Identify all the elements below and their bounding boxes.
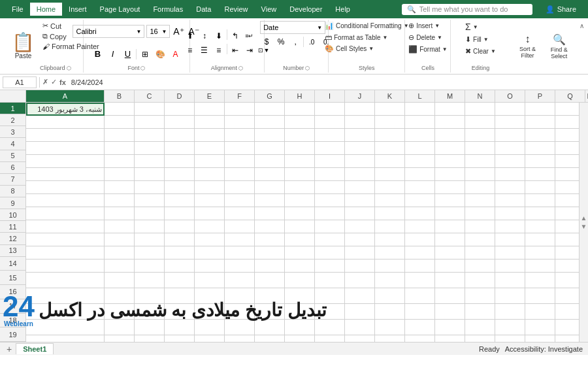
cell-C15[interactable]	[135, 288, 165, 304]
cell-O3[interactable]	[495, 129, 525, 142]
row-num-9[interactable]: 9	[0, 197, 25, 209]
cell-C4[interactable]	[135, 142, 165, 155]
cell-A7[interactable]	[26, 181, 105, 194]
cell-G2[interactable]	[255, 116, 285, 129]
cell-A16[interactable]	[26, 304, 105, 320]
row-num-16[interactable]: 16	[0, 285, 25, 299]
cell-D18[interactable]	[165, 335, 195, 342]
cell-Q14[interactable]	[555, 273, 579, 288]
cell-E5[interactable]	[195, 155, 225, 168]
cell-N16[interactable]	[465, 304, 495, 320]
cell-F4[interactable]	[225, 142, 255, 155]
cell-K15[interactable]	[375, 288, 405, 304]
sheet-tab-1[interactable]: Sheet1	[16, 343, 54, 354]
cell-A4[interactable]	[26, 142, 105, 155]
cell-O8[interactable]	[495, 194, 525, 207]
cell-O15[interactable]	[495, 288, 525, 304]
cell-A1[interactable]: شنبه، 3 شهریور 1403	[26, 103, 105, 116]
increase-decimal-button[interactable]: .0	[305, 35, 318, 48]
expand-icon[interactable]: ⬡	[67, 65, 71, 71]
cell-Q1[interactable]	[555, 103, 579, 116]
cell-C10[interactable]	[135, 220, 165, 233]
wrap-text-button[interactable]: ≡↵	[243, 29, 256, 42]
cell-N3[interactable]	[465, 129, 495, 142]
cell-F14[interactable]	[225, 273, 255, 288]
cell-P1[interactable]	[525, 103, 555, 116]
row-num-18[interactable]: 18	[0, 314, 25, 328]
cell-D1[interactable]	[165, 103, 195, 116]
cell-J12[interactable]	[345, 246, 375, 259]
cell-Q13[interactable]	[555, 259, 579, 273]
cell-D2[interactable]	[165, 116, 195, 129]
col-header-P[interactable]: P	[525, 90, 555, 102]
cell-O17[interactable]	[495, 320, 525, 335]
autosum-button[interactable]: Σ ▼	[463, 21, 481, 33]
tab-home[interactable]: Home	[30, 3, 62, 16]
cell-F5[interactable]	[225, 155, 255, 168]
cell-B14[interactable]	[105, 273, 135, 288]
cell-E10[interactable]	[195, 220, 225, 233]
cell-N14[interactable]	[465, 273, 495, 288]
cell-H9[interactable]	[285, 207, 315, 220]
cell-C14[interactable]	[135, 273, 165, 288]
cell-F9[interactable]	[225, 207, 255, 220]
add-sheet-button[interactable]: +	[3, 344, 16, 354]
fill-color-button[interactable]: 🎨	[154, 48, 167, 61]
cell-M14[interactable]	[435, 273, 465, 288]
cell-I15[interactable]	[315, 288, 345, 304]
cell-E4[interactable]	[195, 142, 225, 155]
cell-J16[interactable]	[345, 304, 375, 320]
indent-decrease-button[interactable]: ⇤	[229, 44, 242, 57]
cell-O18[interactable]	[495, 335, 525, 342]
cell-J7[interactable]	[345, 181, 375, 194]
cell-B8[interactable]	[105, 194, 135, 207]
cell-M6[interactable]	[435, 168, 465, 181]
cell-F11[interactable]	[225, 233, 255, 246]
cell-D3[interactable]	[165, 129, 195, 142]
cell-K7[interactable]	[375, 181, 405, 194]
italic-button[interactable]: I	[106, 48, 119, 61]
cell-G10[interactable]	[255, 220, 285, 233]
cell-O12[interactable]	[495, 246, 525, 259]
cell-M7[interactable]	[435, 181, 465, 194]
align-middle-button[interactable]: ↕	[198, 29, 211, 42]
cell-H8[interactable]	[285, 194, 315, 207]
cell-C3[interactable]	[135, 129, 165, 142]
cell-N8[interactable]	[465, 194, 495, 207]
cell-B12[interactable]	[105, 246, 135, 259]
scroll-down-icon[interactable]: ▼	[581, 223, 587, 230]
cell-A18[interactable]	[26, 335, 105, 342]
cell-H3[interactable]	[285, 129, 315, 142]
fill-button[interactable]: ⬇ Fill ▼	[463, 35, 491, 44]
cell-C6[interactable]	[135, 168, 165, 181]
cell-E16[interactable]	[195, 304, 225, 320]
cell-O11[interactable]	[495, 233, 525, 246]
tab-formulas[interactable]: Formulas	[146, 3, 189, 16]
cell-H13[interactable]	[285, 259, 315, 273]
cell-F16[interactable]	[225, 304, 255, 320]
cell-Q17[interactable]	[555, 320, 579, 335]
cell-J14[interactable]	[345, 273, 375, 288]
cell-H4[interactable]	[285, 142, 315, 155]
percent-button[interactable]: %	[274, 35, 287, 48]
cell-C18[interactable]	[135, 335, 165, 342]
cell-L9[interactable]	[405, 207, 435, 220]
col-header-O[interactable]: O	[495, 90, 525, 102]
cell-G17[interactable]	[255, 320, 285, 335]
cell-I13[interactable]	[315, 259, 345, 273]
cell-L10[interactable]	[405, 220, 435, 233]
cell-K6[interactable]	[375, 168, 405, 181]
cell-P5[interactable]	[525, 155, 555, 168]
cell-C2[interactable]	[135, 116, 165, 129]
cell-F7[interactable]	[225, 181, 255, 194]
cell-I2[interactable]	[315, 116, 345, 129]
cell-E15[interactable]	[195, 288, 225, 304]
cancel-formula-icon[interactable]: ✗	[42, 78, 48, 86]
row-num-12[interactable]: 12	[0, 233, 25, 244]
cell-P17[interactable]	[525, 320, 555, 335]
cell-H12[interactable]	[285, 246, 315, 259]
cell-J10[interactable]	[345, 220, 375, 233]
cell-P14[interactable]	[525, 273, 555, 288]
cell-D16[interactable]	[165, 304, 195, 320]
col-header-A[interactable]: A	[26, 90, 105, 102]
